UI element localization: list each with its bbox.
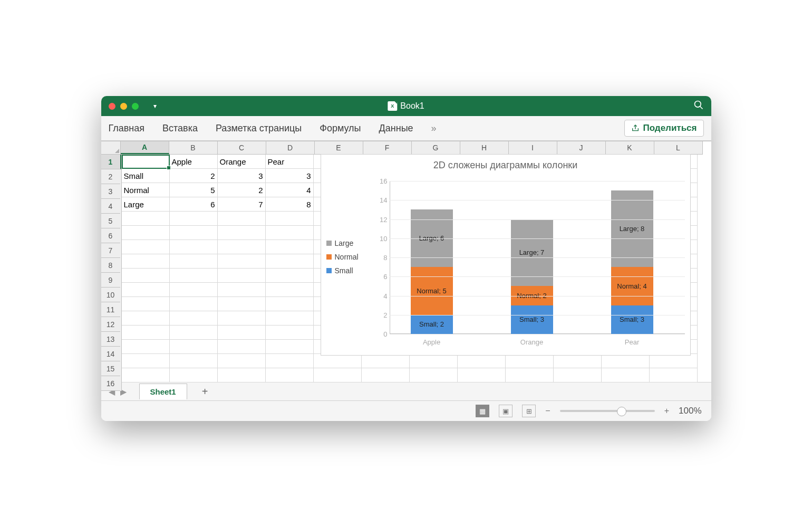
cell[interactable]	[266, 297, 314, 311]
row-header[interactable]: 3	[101, 184, 120, 199]
cell[interactable]	[506, 354, 554, 368]
zoom-thumb[interactable]	[617, 407, 626, 416]
zoom-level[interactable]: 100%	[679, 406, 701, 416]
cell[interactable]	[170, 283, 218, 297]
cell[interactable]	[218, 240, 266, 254]
row-header[interactable]: 15	[101, 361, 120, 376]
cell[interactable]	[266, 269, 314, 283]
cell[interactable]	[122, 269, 170, 283]
cell[interactable]	[170, 297, 218, 311]
view-normal-icon[interactable]: ▦	[476, 405, 489, 417]
cell[interactable]	[218, 354, 266, 368]
cell[interactable]: Pear	[266, 155, 314, 169]
column-header[interactable]: J	[557, 141, 606, 154]
cell[interactable]	[602, 354, 650, 368]
view-page-break-icon[interactable]: ⊞	[522, 405, 536, 417]
cell[interactable]	[266, 226, 314, 240]
row-header[interactable]: 10	[101, 288, 120, 302]
cell[interactable]	[218, 368, 266, 382]
cell[interactable]	[458, 368, 506, 382]
cell[interactable]: Small	[122, 169, 170, 183]
cell[interactable]	[170, 325, 218, 340]
column-header[interactable]: I	[509, 141, 557, 154]
cell[interactable]	[218, 212, 266, 226]
cell[interactable]	[170, 212, 218, 226]
cell[interactable]	[506, 368, 554, 382]
cell[interactable]	[266, 325, 314, 340]
cell[interactable]	[362, 368, 410, 382]
cell[interactable]	[218, 297, 266, 311]
column-header[interactable]: B	[169, 141, 218, 154]
ribbon-more-icon[interactable]: »	[431, 123, 437, 134]
cell[interactable]	[218, 340, 266, 354]
column-header[interactable]: D	[266, 141, 315, 154]
row-header[interactable]: 14	[101, 347, 120, 361]
cell[interactable]: Large	[122, 197, 170, 212]
row-header[interactable]: 9	[101, 273, 120, 288]
cell[interactable]	[122, 354, 170, 368]
close-icon[interactable]	[109, 103, 115, 110]
cell[interactable]: 2	[218, 183, 266, 197]
cell[interactable]	[314, 368, 362, 382]
cell[interactable]	[122, 240, 170, 254]
cell[interactable]	[266, 254, 314, 269]
column-header[interactable]: H	[460, 141, 509, 154]
row-header[interactable]: 8	[101, 258, 120, 273]
cell[interactable]	[122, 254, 170, 269]
row-header[interactable]: 13	[101, 332, 120, 347]
column-header[interactable]: G	[412, 141, 460, 154]
cell[interactable]	[170, 354, 218, 368]
cell[interactable]	[266, 340, 314, 354]
cell[interactable]	[266, 283, 314, 297]
cell[interactable]	[122, 212, 170, 226]
cell[interactable]	[410, 368, 458, 382]
cell[interactable]	[554, 354, 602, 368]
cell[interactable]: Apple	[170, 155, 218, 169]
chart[interactable]: 2D сложены диаграммы колонки LargeNormal…	[321, 154, 691, 356]
cell[interactable]	[650, 368, 698, 382]
share-button[interactable]: Поделиться	[624, 120, 703, 137]
cell[interactable]	[122, 368, 170, 382]
cell[interactable]	[218, 269, 266, 283]
cell[interactable]	[122, 297, 170, 311]
zoom-icon[interactable]	[132, 103, 139, 110]
cell[interactable]	[266, 368, 314, 382]
row-header[interactable]: 6	[101, 228, 120, 243]
zoom-out-button[interactable]: −	[545, 406, 550, 416]
column-header[interactable]: F	[363, 141, 412, 154]
select-all-corner[interactable]	[101, 141, 121, 155]
column-header[interactable]: K	[606, 141, 654, 154]
cell[interactable]	[410, 354, 458, 368]
column-header[interactable]: E	[315, 141, 363, 154]
column-header[interactable]: A	[121, 141, 169, 154]
cell[interactable]	[650, 354, 698, 368]
minimize-icon[interactable]	[120, 103, 127, 110]
cell[interactable]	[170, 340, 218, 354]
cell[interactable]: 3	[266, 169, 314, 183]
search-icon[interactable]	[693, 100, 704, 112]
ribbon-tab-home[interactable]: Главная	[109, 123, 145, 134]
cell[interactable]	[170, 254, 218, 269]
cell[interactable]	[122, 340, 170, 354]
cell[interactable]: 2	[170, 169, 218, 183]
cell[interactable]: 3	[218, 169, 266, 183]
cell[interactable]	[314, 354, 362, 368]
view-page-layout-icon[interactable]: ▣	[499, 405, 513, 417]
row-header[interactable]: 12	[101, 317, 120, 332]
column-header[interactable]: C	[218, 141, 266, 154]
row-header[interactable]: 5	[101, 214, 120, 228]
cell[interactable]: 5	[170, 183, 218, 197]
cell[interactable]	[122, 226, 170, 240]
cell[interactable]	[170, 311, 218, 325]
cell[interactable]: 8	[266, 197, 314, 212]
cell[interactable]	[602, 368, 650, 382]
cell[interactable]: 6	[170, 197, 218, 212]
cell[interactable]	[266, 311, 314, 325]
cell[interactable]	[266, 240, 314, 254]
cell[interactable]	[170, 226, 218, 240]
cell[interactable]	[122, 283, 170, 297]
ribbon-tab-insert[interactable]: Вставка	[162, 123, 198, 134]
row-header[interactable]: 16	[101, 376, 120, 391]
cell[interactable]	[218, 311, 266, 325]
cell[interactable]: 7	[218, 197, 266, 212]
